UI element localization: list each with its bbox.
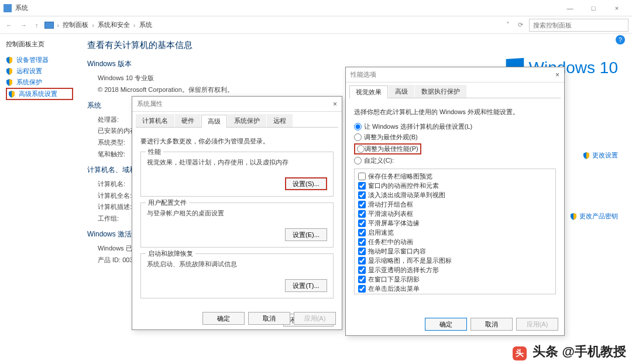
checkbox-input[interactable] [358, 210, 366, 218]
checkbox-row[interactable]: 滑动打开组合框 [358, 200, 552, 209]
checkbox-label: 窗口内的动画控件和元素 [368, 181, 439, 190]
apply-button[interactable]: 应用(A) [294, 312, 336, 325]
checkbox-row[interactable]: 任务栏中的动画 [358, 238, 552, 246]
cancel-button[interactable]: 取消 [470, 318, 513, 331]
checkbox-input[interactable] [358, 173, 366, 180]
close-icon[interactable]: × [555, 71, 559, 79]
checkbox-label: 平滑屏幕字体边缘 [368, 219, 420, 228]
breadcrumb-item[interactable]: 系统和安全 [98, 20, 130, 29]
checkbox-row[interactable]: 启用速览 [358, 228, 552, 237]
forward-button[interactable]: → [18, 22, 29, 29]
dialog-title: 性能选项 [351, 70, 376, 79]
checkbox-input[interactable] [358, 285, 366, 293]
admin-note: 要进行大多数更改，你必须作为管理员登录。 [140, 137, 334, 146]
sidebar-item-protection[interactable]: 系统保护 [6, 77, 73, 88]
minimize-button[interactable]: — [558, 0, 582, 16]
radio-label: 调整为最佳性能(P) [365, 145, 418, 153]
apply-button[interactable]: 应用(A) [516, 318, 558, 331]
tab-advanced[interactable]: 高级 [201, 115, 227, 128]
profile-settings-button[interactable]: 设置(E)... [285, 228, 327, 241]
radio-input[interactable] [354, 133, 362, 141]
search-input[interactable] [529, 19, 628, 32]
tabs: 视觉效果 高级 数据执行保护 [349, 85, 561, 98]
group-desc: 与登录帐户相关的桌面设置 [147, 209, 327, 218]
checkbox-input[interactable] [358, 266, 366, 274]
checkbox-row[interactable]: 保存任务栏缩略图预览 [358, 172, 552, 181]
location-icon [44, 22, 54, 29]
help-icon[interactable]: ? [616, 35, 625, 44]
close-icon[interactable]: × [333, 100, 337, 108]
checkbox-label: 保存任务栏缩略图预览 [368, 172, 432, 181]
radio-option[interactable]: 让 Windows 选择计算机的最佳设置(L) [354, 122, 556, 131]
checkbox-label: 启用速览 [368, 228, 394, 237]
ok-button[interactable]: 确定 [425, 318, 467, 331]
tab-computer-name[interactable]: 计算机名 [136, 114, 174, 127]
change-settings-link[interactable]: 更改设置 [583, 151, 618, 160]
tab-visual[interactable]: 视觉效果 [349, 85, 388, 98]
tab-dep[interactable]: 数据执行保护 [415, 85, 466, 98]
radio-label: 自定义(C): [364, 156, 394, 165]
checkbox-row[interactable]: 平滑屏幕字体边缘 [358, 219, 552, 228]
group-desc: 视觉效果，处理器计划，内存使用，以及虚拟内存 [147, 158, 327, 167]
refresh-button[interactable]: ⟳ [516, 21, 525, 29]
checkbox-row[interactable]: 平滑滚动列表框 [358, 210, 552, 218]
shield-icon [570, 213, 577, 220]
breadcrumb-item[interactable]: 系统 [139, 20, 152, 29]
sidebar: 控制面板主页 设备管理器 远程设置 系统保护 高级系统设置 [0, 34, 79, 364]
performance-settings-button[interactable]: 设置(S)... [285, 177, 327, 190]
tab-protection[interactable]: 系统保护 [228, 114, 266, 127]
sidebar-item-device-manager[interactable]: 设备管理器 [6, 54, 73, 66]
up-button[interactable]: ↑ [33, 22, 41, 29]
back-button[interactable]: ← [4, 22, 15, 29]
tab-hardware[interactable]: 硬件 [175, 114, 201, 127]
group-desc: 系统启动、系统故障和调试信息 [147, 260, 327, 269]
checkbox-row[interactable]: 淡入淡出或滑动菜单到视图 [358, 191, 552, 200]
checkbox-input[interactable] [358, 219, 366, 227]
cancel-button[interactable]: 取消 [248, 312, 290, 325]
window-title: 系统 [15, 4, 28, 12]
sidebar-home[interactable]: 控制面板主页 [6, 40, 73, 49]
radio-option[interactable]: 调整为最佳外观(B) [354, 133, 556, 142]
checkbox-input[interactable] [358, 257, 366, 265]
radio-input[interactable] [357, 145, 365, 153]
checkbox-label: 在窗口下显示阴影 [368, 275, 420, 284]
page-heading: 查看有关计算机的基本信息 [87, 40, 624, 51]
breadcrumb[interactable]: › 控制面板 › 系统和安全 › 系统 [57, 20, 501, 29]
checkbox-row[interactable]: 显示亚透明的选择长方形 [358, 266, 552, 274]
radio-input[interactable] [354, 123, 362, 131]
checkbox-row[interactable]: 拖动时显示窗口内容 [358, 247, 552, 256]
dialog-system-properties: 系统属性 × 计算机名 硬件 高级 系统保护 远程 要进行大多数更改，你必须作为… [132, 96, 342, 330]
change-key-link[interactable]: 更改产品密钥 [570, 212, 618, 221]
dropdown-chevron-icon[interactable]: ˅ [504, 21, 512, 29]
checkbox-row[interactable]: 窗口内的动画控件和元素 [358, 181, 552, 190]
radio-option[interactable]: 自定义(C): [354, 156, 556, 165]
checkbox-input[interactable] [358, 201, 366, 208]
radio-option[interactable]: 调整为最佳性能(P) [354, 143, 556, 154]
checkbox-row[interactable]: 在视图中淡入淡出或滑动工具提示 [358, 294, 552, 294]
checkbox-input[interactable] [358, 238, 366, 246]
ok-button[interactable]: 确定 [202, 312, 245, 325]
checkbox-row[interactable]: 显示缩略图，而不是显示图标 [358, 256, 552, 265]
checkbox-label: 拖动时显示窗口内容 [368, 247, 426, 256]
checkbox-input[interactable] [358, 191, 366, 199]
maximize-button[interactable]: □ [582, 0, 605, 16]
sidebar-label: 高级系统设置 [19, 90, 57, 98]
checkbox-input[interactable] [358, 182, 366, 190]
breadcrumb-item[interactable]: 控制面板 [63, 20, 88, 29]
checkbox-input[interactable] [358, 248, 366, 255]
close-button[interactable]: × [605, 0, 628, 16]
tab-advanced[interactable]: 高级 [389, 85, 414, 98]
radio-input[interactable] [354, 157, 362, 164]
sidebar-item-advanced[interactable]: 高级系统设置 [6, 88, 73, 100]
checkbox-row[interactable]: 在窗口下显示阴影 [358, 275, 552, 284]
dialog-title: 系统属性 [137, 99, 163, 108]
checkbox-label: 任务栏中的动画 [368, 238, 413, 246]
checkbox-row[interactable]: 在单击后淡出菜单 [358, 284, 552, 293]
recovery-settings-button[interactable]: 设置(T)... [285, 279, 327, 292]
shield-icon [6, 79, 13, 86]
checkbox-input[interactable] [358, 229, 366, 236]
checkbox-input[interactable] [358, 276, 366, 283]
sidebar-item-remote[interactable]: 远程设置 [6, 66, 73, 77]
tab-remote[interactable]: 远程 [267, 114, 293, 127]
checkbox-list[interactable]: 保存任务栏缩略图预览窗口内的动画控件和元素淡入淡出或滑动菜单到视图滑动打开组合框… [354, 169, 556, 294]
